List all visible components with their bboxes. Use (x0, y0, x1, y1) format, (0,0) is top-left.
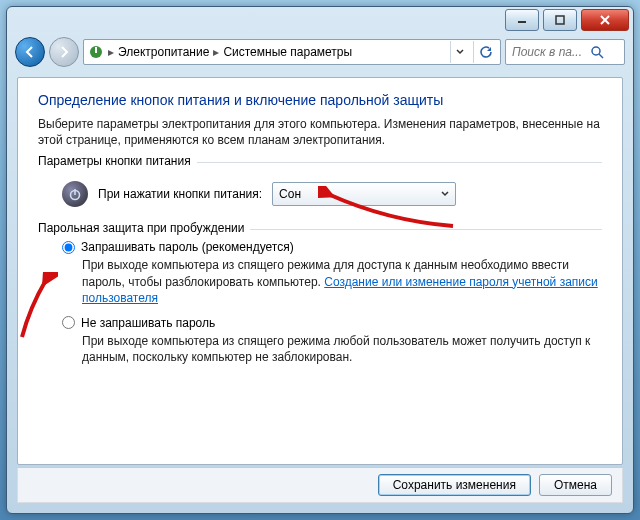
no-password-label: Не запрашивать пароль (81, 316, 215, 330)
chevron-right-icon: ▸ (213, 45, 219, 59)
require-password-label: Запрашивать пароль (рекомендуется) (81, 240, 294, 254)
no-password-radio[interactable] (62, 316, 75, 329)
arrow-left-icon (23, 45, 37, 59)
window-frame: ▸ Электропитание ▸ Системные параметры О… (6, 6, 634, 514)
breadcrumb-level2[interactable]: Системные параметры (223, 45, 352, 59)
group-power-button: Параметры кнопки питания При нажатии кно… (38, 162, 602, 219)
minimize-button[interactable] (505, 9, 539, 31)
svg-point-6 (592, 47, 600, 55)
power-action-select[interactable]: Сон (272, 182, 456, 206)
search-box[interactable] (505, 39, 625, 65)
svg-rect-1 (556, 16, 564, 24)
power-icon (62, 181, 88, 207)
breadcrumb-level1[interactable]: Электропитание (118, 45, 209, 59)
refresh-icon (478, 45, 492, 59)
close-button[interactable] (581, 9, 629, 31)
address-dropdown[interactable] (450, 41, 469, 63)
save-button[interactable]: Сохранить изменения (378, 474, 531, 496)
cancel-button[interactable]: Отмена (539, 474, 612, 496)
power-symbol-icon (68, 187, 82, 201)
arrow-right-icon (57, 45, 71, 59)
power-press-label: При нажатии кнопки питания: (98, 187, 262, 201)
minimize-icon (517, 15, 527, 25)
require-password-radio[interactable] (62, 241, 75, 254)
page-intro: Выберите параметры электропитания для эт… (38, 116, 602, 148)
svg-rect-5 (95, 47, 97, 53)
maximize-icon (555, 15, 565, 25)
option-require-password: Запрашивать пароль (рекомендуется) При в… (38, 238, 602, 314)
navigation-row: ▸ Электропитание ▸ Системные параметры (7, 35, 633, 69)
maximize-button[interactable] (543, 9, 577, 31)
chevron-right-icon: ▸ (108, 45, 114, 59)
group-password-legend: Парольная защита при пробуждении (38, 221, 250, 235)
chevron-down-icon (441, 190, 449, 198)
power-action-value: Сон (279, 187, 301, 201)
close-icon (599, 15, 611, 25)
svg-line-7 (599, 54, 603, 58)
option-no-password: Не запрашивать пароль При выходе компьют… (38, 314, 602, 373)
group-power-legend: Параметры кнопки питания (38, 154, 197, 168)
button-row: Сохранить изменения Отмена (17, 467, 623, 503)
power-button-row: При нажатии кнопки питания: Сон (38, 171, 602, 219)
search-icon (590, 45, 604, 59)
require-password-desc: При выходе компьютера из спящего режима … (82, 257, 602, 306)
forward-button[interactable] (49, 37, 79, 67)
chevron-down-icon (456, 48, 464, 56)
group-password: Парольная защита при пробуждении Запраши… (38, 229, 602, 373)
content-panel: Определение кнопок питания и включение п… (17, 77, 623, 465)
back-button[interactable] (15, 37, 45, 67)
no-password-desc: При выходе компьютера из спящего режима … (82, 333, 602, 365)
page-title: Определение кнопок питания и включение п… (38, 92, 602, 108)
titlebar (7, 7, 633, 35)
refresh-button[interactable] (473, 41, 496, 63)
address-bar[interactable]: ▸ Электропитание ▸ Системные параметры (83, 39, 501, 65)
power-plan-icon (88, 44, 104, 60)
search-input[interactable] (510, 44, 586, 60)
